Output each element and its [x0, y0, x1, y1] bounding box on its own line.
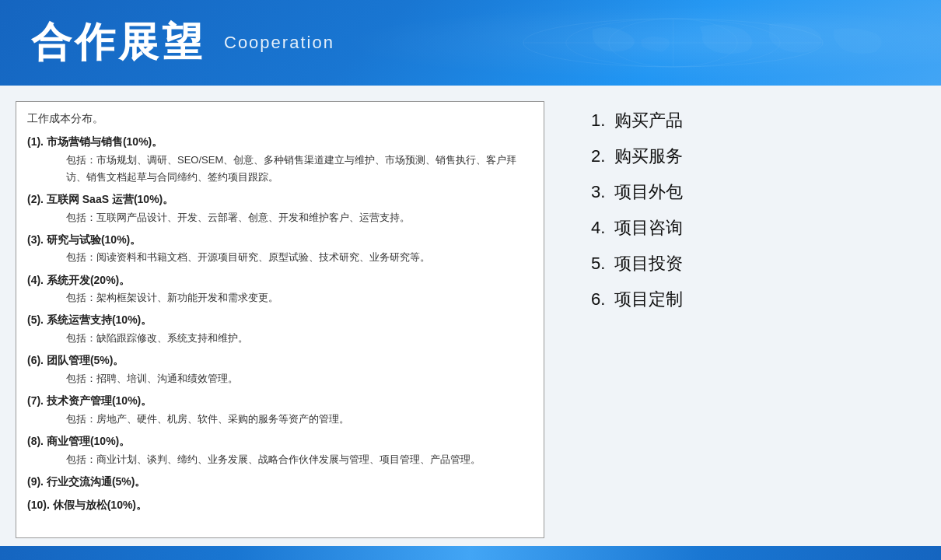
- section-6-id: (6).: [27, 354, 47, 366]
- list-item-4: 4. 项目咨询: [591, 216, 918, 240]
- cooperation-list: 1. 购买产品 2. 购买服务 3. 项目外包 4. 项目咨询 5. 项目投资 …: [591, 109, 918, 324]
- section-8: (8). 商业管理(10%)。 包括：商业计划、谈判、缔约、业务发展、战略合作伙…: [27, 432, 533, 468]
- section-6-title: (6). 团队管理(5%)。: [27, 352, 533, 370]
- section-9-title: (9). 行业交流沟通(5%)。: [27, 473, 533, 492]
- section-2-desc: 包括：互联网产品设计、开发、云部署、创意、开发和维护客户、运营支持。: [66, 209, 533, 226]
- section-7-id: (7).: [27, 394, 47, 407]
- world-map-svg: [512, 0, 941, 86]
- section-5: (5). 系统运营支持(10%)。 包括：缺陷跟踪修改、系统支持和维护。: [27, 311, 533, 347]
- list-item-6: 6. 项目定制: [591, 288, 918, 311]
- section-3-title: (3). 研究与试验(10%)。: [27, 231, 533, 250]
- section-10-id: (10).: [27, 499, 53, 511]
- section-1: (1). 市场营销与销售(10%)。 包括：市场规划、调研、SEO/SEM、创意…: [27, 133, 533, 186]
- list-item-2: 2. 购买服务: [591, 145, 918, 168]
- section-7: (7). 技术资产管理(10%)。 包括：房地产、硬件、机房、软件、采购的服务等…: [27, 392, 533, 428]
- section-5-title: (5). 系统运营支持(10%)。: [27, 311, 533, 330]
- section-4-title: (4). 系统开发(20%)。: [27, 271, 533, 290]
- section-10: (10). 休假与放松(10%)。: [27, 496, 533, 515]
- section-2-id: (2).: [27, 193, 47, 205]
- section-2: (2). 互联网 SaaS 运营(10%)。 包括：互联网产品设计、开发、云部署…: [27, 191, 533, 226]
- list-item-5: 5. 项目投资: [591, 252, 918, 275]
- header-bg-decoration: [282, 0, 941, 86]
- section-2-title: (2). 互联网 SaaS 运营(10%)。: [27, 191, 533, 209]
- list-item-3: 3. 项目外包: [591, 180, 918, 204]
- list-item-1: 1. 购买产品: [591, 109, 918, 132]
- section-1-title: (1). 市场营销与销售(10%)。: [27, 133, 533, 152]
- section-7-title: (7). 技术资产管理(10%)。: [27, 392, 533, 411]
- section-5-desc: 包括：缺陷跟踪修改、系统支持和维护。: [66, 330, 533, 347]
- box-header: 工作成本分布。: [27, 110, 533, 128]
- content-box: 工作成本分布。 (1). 市场营销与销售(10%)。 包括：市场规划、调研、SE…: [16, 101, 544, 538]
- section-1-id: (1).: [27, 135, 47, 148]
- right-panel: 1. 购买产品 2. 购买服务 3. 项目外包 4. 项目咨询 5. 项目投资 …: [560, 86, 941, 546]
- section-8-desc: 包括：商业计划、谈判、缔约、业务发展、战略合作伙伴发展与管理、项目管理、产品管理…: [66, 451, 533, 468]
- section-6: (6). 团队管理(5%)。 包括：招聘、培训、沟通和绩效管理。: [27, 352, 533, 387]
- section-9-id: (9).: [27, 475, 47, 488]
- section-8-title: (8). 商业管理(10%)。: [27, 432, 533, 451]
- bottom-bar: [0, 546, 941, 560]
- section-3-desc: 包括：阅读资料和书籍文档、开源项目研究、原型试验、技术研究、业务研究等。: [66, 249, 533, 266]
- section-5-id: (5).: [27, 313, 47, 326]
- page-title-en: Cooperation: [224, 33, 334, 53]
- section-8-id: (8).: [27, 435, 47, 447]
- section-6-desc: 包括：招聘、培训、沟通和绩效管理。: [66, 370, 533, 387]
- section-3-id: (3).: [27, 233, 47, 246]
- left-panel: 工作成本分布。 (1). 市场营销与销售(10%)。 包括：市场规划、调研、SE…: [0, 86, 560, 546]
- section-4-id: (4).: [27, 274, 47, 286]
- section-9: (9). 行业交流沟通(5%)。: [27, 473, 533, 492]
- header: 合作展望 Cooperation: [0, 0, 941, 86]
- section-4: (4). 系统开发(20%)。 包括：架构框架设计、新功能开发和需求变更。: [27, 271, 533, 307]
- section-10-title: (10). 休假与放松(10%)。: [27, 496, 533, 515]
- section-1-desc: 包括：市场规划、调研、SEO/SEM、创意、多种销售渠道建立与维护、市场预测、销…: [66, 152, 533, 186]
- section-4-desc: 包括：架构框架设计、新功能开发和需求变更。: [66, 289, 533, 306]
- page-title-cn: 合作展望: [31, 16, 205, 70]
- section-7-desc: 包括：房地产、硬件、机房、软件、采购的服务等资产的管理。: [66, 411, 533, 428]
- section-3: (3). 研究与试验(10%)。 包括：阅读资料和书籍文档、开源项目研究、原型试…: [27, 231, 533, 267]
- main-content: 工作成本分布。 (1). 市场营销与销售(10%)。 包括：市场规划、调研、SE…: [0, 86, 941, 546]
